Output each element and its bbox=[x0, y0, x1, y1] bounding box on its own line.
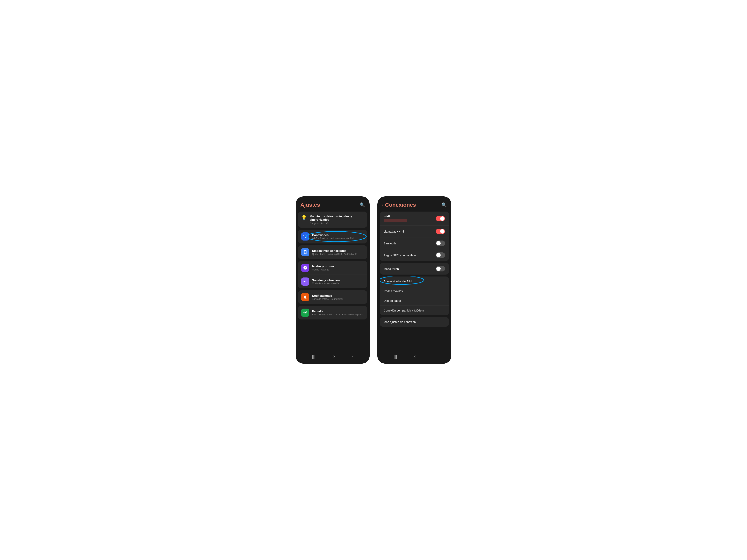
redes-text: Redes móviles bbox=[384, 289, 445, 293]
modos-group: Modos y rutinas Modos · Rutinas Sonidos … bbox=[298, 261, 367, 288]
conexiones-page-title: Conexiones bbox=[385, 202, 416, 208]
dispositivos-text: Dispositivos conectados Quick Share · Sa… bbox=[312, 249, 364, 256]
dispositivos-icon bbox=[301, 248, 309, 256]
conn-group-1: Wi-Fi Llamadas Wi-Fi bbox=[380, 212, 449, 261]
modos-title: Modos y rutinas bbox=[312, 265, 364, 268]
avion-text: Modo Avión bbox=[384, 267, 436, 270]
conn-group-4: Más ajustes de conexión bbox=[380, 317, 449, 327]
notificaciones-item[interactable]: Notificaciones Barra de estado · No mole… bbox=[298, 290, 367, 304]
notificaciones-text: Notificaciones Barra de estado · No mole… bbox=[312, 294, 364, 300]
pantalla-subtitle: Brillo · Protector de la vista · Barra d… bbox=[312, 313, 364, 316]
conn-group-3: Administrador de SIM Redes móviles bbox=[380, 276, 449, 315]
suggestion-title: Mantén tus datos protegidos y sincroniza… bbox=[310, 215, 364, 221]
conexiones-icon bbox=[301, 232, 309, 241]
pantalla-group: Pantalla Brillo · Protector de la vista … bbox=[298, 306, 367, 319]
nfc-toggle-knob bbox=[436, 253, 441, 257]
notificaciones-icon bbox=[301, 293, 309, 301]
avion-toggle[interactable] bbox=[436, 266, 445, 271]
pantalla-item[interactable]: Pantalla Brillo · Protector de la vista … bbox=[298, 306, 367, 319]
nfc-title: Pagos NFC y contactless bbox=[384, 254, 436, 257]
redes-item[interactable]: Redes móviles bbox=[380, 286, 449, 296]
nfc-item[interactable]: Pagos NFC y contactless bbox=[380, 249, 449, 261]
llamadas-toggle[interactable] bbox=[436, 229, 445, 234]
nav-home-2[interactable]: ○ bbox=[414, 354, 416, 359]
datos-title: Uso de datos bbox=[384, 299, 445, 302]
dispositivos-group: Dispositivos conectados Quick Share · Sa… bbox=[298, 245, 367, 259]
notificaciones-title: Notificaciones bbox=[312, 294, 364, 297]
dispositivos-title: Dispositivos conectados bbox=[312, 249, 364, 252]
suggestion-subtitle: 5 sugerencias más bbox=[310, 222, 364, 224]
bluetooth-toggle-knob bbox=[436, 241, 441, 245]
pantalla-text: Pantalla Brillo · Protector de la vista … bbox=[312, 310, 364, 316]
llamadas-wifi-item[interactable]: Llamadas Wi-Fi bbox=[380, 225, 449, 237]
back-button[interactable]: ‹ bbox=[382, 203, 383, 208]
bluetooth-title: Bluetooth bbox=[384, 242, 436, 245]
conexiones-subtitle: Wi-Fi · Bluetooth · Administrador de SIM bbox=[312, 237, 364, 240]
nav-back[interactable]: ‹ bbox=[352, 354, 353, 359]
conexiones-header: ‹ Conexiones 🔍 bbox=[378, 196, 451, 210]
sonidos-icon bbox=[301, 277, 309, 286]
pantalla-icon bbox=[301, 309, 309, 317]
datos-item[interactable]: Uso de datos bbox=[380, 296, 449, 306]
bottom-nav-2: ||| ○ ‹ bbox=[378, 351, 451, 364]
sonidos-subtitle: Modo de sonido · Melodía bbox=[312, 282, 364, 285]
nav-recent-2[interactable]: ||| bbox=[394, 354, 397, 359]
sonidos-title: Sonidos y vibración bbox=[312, 278, 364, 282]
dispositivos-subtitle: Quick Share · Samsung DeX · Android Auto bbox=[312, 253, 364, 256]
wifi-item[interactable]: Wi-Fi bbox=[380, 212, 449, 225]
sonidos-text: Sonidos y vibración Modo de sonido · Mel… bbox=[312, 278, 364, 285]
phone-ajustes: Ajustes 🔍 💡 Mantén tus datos protegidos … bbox=[296, 196, 369, 364]
settings-list: 💡 Mantén tus datos protegidos y sincroni… bbox=[296, 210, 369, 351]
svg-point-1 bbox=[305, 312, 306, 313]
conexiones-item[interactable]: Conexiones Wi-Fi · Bluetooth · Administr… bbox=[298, 230, 367, 243]
conn-group-2: Modo Avión bbox=[380, 263, 449, 274]
bottom-nav-1: ||| ○ ‹ bbox=[296, 351, 369, 364]
pantalla-title: Pantalla bbox=[312, 310, 364, 313]
nav-home[interactable]: ○ bbox=[332, 354, 335, 359]
datos-text: Uso de datos bbox=[384, 299, 445, 302]
compartida-title: Conexión compartida y Módem bbox=[384, 309, 445, 312]
ajustes-header: Ajustes 🔍 bbox=[296, 196, 369, 210]
sim-text: Administrador de SIM bbox=[384, 279, 445, 283]
avion-toggle-knob bbox=[436, 267, 441, 271]
compartida-text: Conexión compartida y Módem bbox=[384, 309, 445, 312]
llamadas-title: Llamadas Wi-Fi bbox=[384, 230, 436, 233]
bluetooth-text: Bluetooth bbox=[384, 242, 436, 245]
modos-text: Modos y rutinas Modos · Rutinas bbox=[312, 265, 364, 271]
avion-title: Modo Avión bbox=[384, 267, 436, 270]
search-icon[interactable]: 🔍 bbox=[360, 203, 365, 208]
notificaciones-group: Notificaciones Barra de estado · No mole… bbox=[298, 290, 367, 304]
compartida-item[interactable]: Conexión compartida y Módem bbox=[380, 306, 449, 315]
wifi-toggle[interactable] bbox=[436, 216, 445, 221]
bluetooth-toggle[interactable] bbox=[436, 241, 445, 246]
conexiones-list: Wi-Fi Llamadas Wi-Fi bbox=[378, 210, 451, 351]
wifi-network-bar bbox=[384, 219, 407, 222]
sim-item[interactable]: Administrador de SIM bbox=[380, 276, 449, 286]
wifi-toggle-knob bbox=[440, 216, 444, 221]
mas-item[interactable]: Más ajustes de conexión bbox=[380, 317, 449, 327]
modos-subtitle: Modos · Rutinas bbox=[312, 268, 364, 271]
wifi-text: Wi-Fi bbox=[384, 215, 436, 222]
wifi-title: Wi-Fi bbox=[384, 215, 436, 218]
bluetooth-item[interactable]: Bluetooth bbox=[380, 237, 449, 249]
ajustes-title: Ajustes bbox=[300, 202, 320, 208]
nfc-toggle[interactable] bbox=[436, 252, 445, 258]
llamadas-text: Llamadas Wi-Fi bbox=[384, 230, 436, 233]
phone-conexiones: ‹ Conexiones 🔍 Wi-Fi bbox=[378, 196, 451, 364]
nav-back-2[interactable]: ‹ bbox=[434, 354, 435, 359]
nfc-text: Pagos NFC y contactless bbox=[384, 254, 436, 257]
nav-recent[interactable]: ||| bbox=[312, 354, 315, 359]
sim-title: Administrador de SIM bbox=[384, 279, 445, 283]
modos-item[interactable]: Modos y rutinas Modos · Rutinas bbox=[298, 261, 367, 275]
suggestion-card[interactable]: 💡 Mantén tus datos protegidos y sincroni… bbox=[298, 212, 367, 228]
notificaciones-subtitle: Barra de estado · No molestar bbox=[312, 298, 364, 300]
dispositivos-item[interactable]: Dispositivos conectados Quick Share · Sa… bbox=[298, 245, 367, 259]
avion-item[interactable]: Modo Avión bbox=[380, 263, 449, 274]
sonidos-item[interactable]: Sonidos y vibración Modo de sonido · Mel… bbox=[298, 275, 367, 288]
conexiones-text: Conexiones Wi-Fi · Bluetooth · Administr… bbox=[312, 233, 364, 240]
suggestion-icon: 💡 bbox=[301, 215, 307, 220]
mas-text: Más ajustes de conexión bbox=[384, 320, 445, 324]
search-icon-2[interactable]: 🔍 bbox=[441, 203, 447, 208]
conexiones-title: Conexiones bbox=[312, 233, 364, 237]
suggestion-text: Mantén tus datos protegidos y sincroniza… bbox=[310, 215, 364, 224]
